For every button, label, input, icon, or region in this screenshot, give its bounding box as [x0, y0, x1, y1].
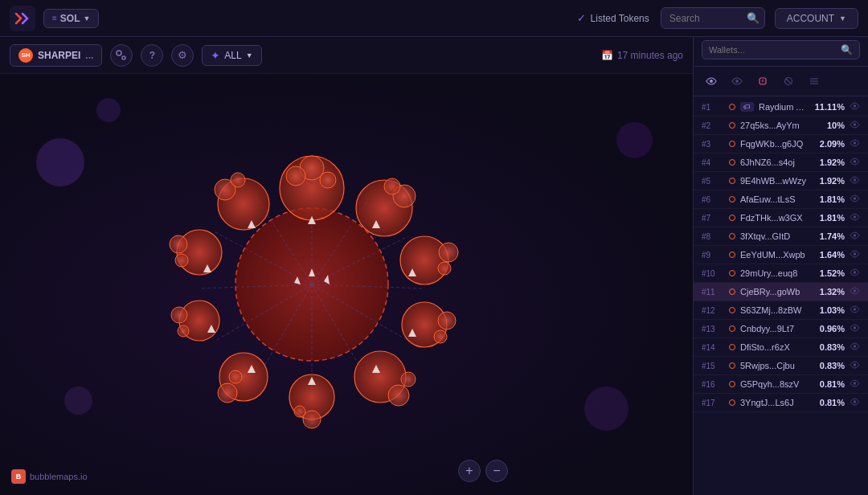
wallet-eye-icon[interactable] [850, 379, 860, 389]
sol-selector[interactable]: ≡ SOL ▼ [43, 9, 99, 28]
wallet-pct: 1.74% [813, 231, 845, 241]
bubblemaps-logo: B bubblemaps.io [11, 469, 88, 484]
settings-icon-btn[interactable]: ⚙ [171, 44, 194, 67]
svg-point-73 [854, 160, 857, 163]
zoom-out-button[interactable]: − [485, 460, 508, 482]
wallet-row[interactable]: #5 9E4hWB...wWzy 1.92% [694, 172, 868, 190]
logo [10, 6, 35, 31]
filter-eye-btn[interactable] [702, 72, 721, 91]
wallet-row[interactable]: #16 G5Pqyh...8szV 0.81% [694, 375, 868, 394]
wallet-num: #15 [702, 362, 724, 370]
wallet-row[interactable]: #15 5Rwjps...Cjbu 0.83% [694, 357, 868, 375]
zoom-controls: + − [458, 460, 508, 482]
account-button[interactable]: ACCOUNT ▼ [775, 8, 858, 29]
wallet-name: EeYdUM...Xwpb [740, 250, 808, 260]
wallet-eye-icon[interactable] [850, 268, 860, 278]
wallet-pct: 1.03% [813, 305, 845, 315]
bubble-icon-btn[interactable] [110, 44, 133, 67]
wallet-row[interactable]: #1 🏷 Raydium Autho... 11.11% [694, 98, 868, 117]
wallet-name: G5Pqyh...8szV [740, 379, 808, 389]
wallet-row[interactable]: #2 27q5ks...AyYm 10% [694, 117, 868, 135]
all-filter-badge[interactable]: ✦ ALL ▼ [202, 45, 261, 66]
filter-eye-off-btn[interactable] [727, 72, 747, 91]
svg-point-36 [218, 383, 237, 403]
wallet-eye-icon[interactable] [850, 342, 860, 352]
wallet-eye-icon[interactable] [850, 158, 860, 167]
zoom-in-button[interactable]: + [458, 460, 481, 482]
wallet-pct: 0.81% [813, 379, 845, 389]
filter-list-btn[interactable] [805, 72, 824, 91]
wallet-num: #12 [702, 306, 724, 315]
wallet-eye-icon[interactable] [850, 361, 860, 370]
svg-point-19 [286, 166, 305, 186]
wallet-eye-icon[interactable] [850, 176, 860, 186]
wallet-pct: 11.11% [813, 102, 845, 112]
svg-point-78 [854, 252, 857, 256]
wallets-search-bar[interactable]: 🔍 [702, 40, 860, 59]
token-chip[interactable]: SH SHARPEI ... [10, 44, 102, 67]
wallet-name: 9E4hWB...wWzy [740, 176, 808, 186]
search-icon: 🔍 [747, 12, 760, 24]
zoom-out-icon: − [493, 464, 500, 478]
svg-point-30 [388, 385, 409, 406]
wallet-name: 6JhNZ6...s4oj [740, 158, 808, 167]
wallet-row[interactable]: #17 3YngtJ...Ls6J 0.81% [694, 394, 868, 412]
chevron-down-icon: ▼ [84, 14, 91, 22]
chevron-down-icon: ▼ [246, 51, 253, 59]
wallet-dot [729, 307, 735, 313]
wallet-row[interactable]: #10 29mUry...euq8 1.52% [694, 264, 868, 283]
wallet-row[interactable]: #8 3fXtqv...GItD 1.74% [694, 227, 868, 246]
wallet-eye-icon[interactable] [850, 305, 860, 315]
top-nav: ≡ SOL ▼ ✓ Listed Tokens 🔍 ACCOUNT ▼ [0, 0, 868, 37]
wallet-pct: 1.52% [813, 268, 845, 278]
wallet-row[interactable]: #7 FdzTHk...w3GX 1.81% [694, 209, 868, 227]
wallet-eye-icon[interactable] [850, 121, 860, 130]
wallet-row[interactable]: #4 6JhNZ6...s4oj 1.92% [694, 153, 868, 172]
wallet-eye-icon[interactable] [850, 231, 860, 241]
listed-tokens-link[interactable]: ✓ Listed Tokens [577, 12, 649, 24]
search-input[interactable] [669, 13, 742, 24]
wallet-num: #1 [702, 103, 724, 112]
wallet-name: Cnbdyy...9Lt7 [740, 324, 808, 333]
deco-circle [584, 387, 628, 431]
wallet-eye-icon[interactable] [850, 250, 860, 260]
wallets-search-input[interactable] [709, 45, 837, 55]
wallet-name: 5Rwjps...Cjbu [740, 361, 808, 370]
wallet-dot [729, 325, 735, 332]
wallets-panel: Wallets List ✕ 🔍 #1 🏷 Raydium Autho... 1… [693, 0, 868, 495]
global-search-bar[interactable]: 🔍 [661, 7, 765, 29]
help-icon-btn[interactable]: ? [141, 44, 163, 67]
svg-point-72 [854, 141, 857, 145]
svg-point-76 [854, 215, 857, 219]
wallet-row[interactable]: #9 EeYdUM...Xwpb 1.64% [694, 246, 868, 264]
wallet-eye-icon[interactable] [850, 287, 860, 297]
filter-warning-btn[interactable] [753, 72, 772, 91]
filter-block-btn[interactable] [779, 72, 798, 91]
wallet-row[interactable]: #13 Cnbdyy...9Lt7 0.96% [694, 320, 868, 338]
wallet-eye-icon[interactable] [850, 139, 860, 149]
wallet-dot [729, 381, 735, 387]
wallet-row[interactable]: #12 S63ZMj...8zBW 1.03% [694, 301, 868, 320]
wallet-row[interactable]: #6 AfaEuw...tLsS 1.81% [694, 190, 868, 209]
svg-point-18 [320, 172, 336, 188]
svg-point-74 [854, 178, 857, 182]
wallet-eye-icon[interactable] [850, 213, 860, 223]
bm-logo-icon: B [11, 469, 26, 484]
wallet-eye-icon[interactable] [850, 102, 860, 112]
wallet-row[interactable]: #3 FqgWKb...g6JQ 2.09% [694, 135, 868, 153]
wallet-num: #3 [702, 140, 724, 149]
help-icon: ? [149, 50, 155, 61]
wallet-num: #17 [702, 399, 724, 407]
deco-circle [36, 138, 84, 186]
wallet-row[interactable]: #11 CjeBRy...goWb 1.32% [694, 283, 868, 301]
wallet-pct: 0.96% [813, 324, 845, 333]
svg-point-79 [854, 271, 857, 274]
wallet-eye-icon[interactable] [850, 324, 860, 333]
wallet-pct: 10% [813, 121, 845, 130]
settings-icon: ⚙ [178, 49, 187, 61]
wallet-eye-icon[interactable] [850, 194, 860, 204]
wallet-eye-icon[interactable] [850, 398, 860, 407]
token-name: SHARPEI [38, 50, 80, 61]
wallet-row[interactable]: #14 DfiSto...r6zX 0.83% [694, 338, 868, 357]
svg-point-82 [854, 326, 857, 329]
